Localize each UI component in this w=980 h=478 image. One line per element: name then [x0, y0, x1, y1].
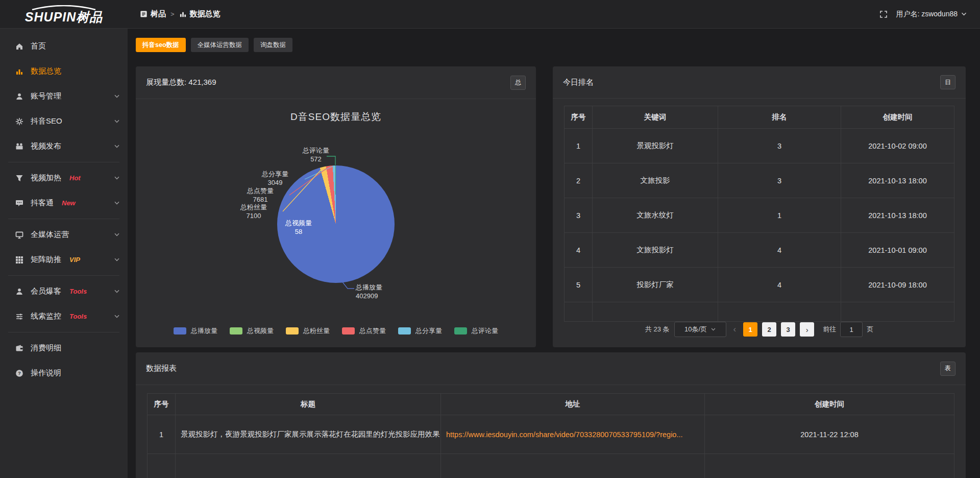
- video-camera-icon: [15, 142, 23, 151]
- sidebar: 首页 数据总览 账号管理 抖音SEO 视频发布: [0, 29, 128, 478]
- note-icon: [140, 10, 148, 18]
- table-mode-button[interactable]: 表: [940, 362, 955, 376]
- chart-title: D音SEO数据量总览: [136, 110, 536, 124]
- sidebar-item-lead-monitor[interactable]: 线索监控 Tools: [0, 304, 128, 329]
- sidebar-item-account[interactable]: 账号管理: [0, 84, 128, 109]
- sidebar-divider: [8, 219, 119, 219]
- col-index: 序号: [565, 106, 593, 129]
- table-row-partial: [148, 454, 954, 478]
- day-mode-button[interactable]: 日: [940, 75, 955, 89]
- logo: SHUPIN树品: [0, 5, 128, 23]
- sidebar-item-douyin-seo[interactable]: 抖音SEO: [0, 109, 128, 134]
- sidebar-item-label: 数据总览: [31, 66, 61, 76]
- legend-item-fans[interactable]: 总粉丝量: [286, 326, 330, 336]
- legend-swatch: [230, 327, 242, 334]
- sidebar-item-matrix-boost[interactable]: 矩阵助推 VIP: [0, 247, 128, 272]
- breadcrumb: 树品 > 数据总览: [140, 9, 220, 19]
- main-content: 抖音seo数据 全媒体运营数据 询盘数据 展现量总数: 421,369 总 D音…: [128, 29, 980, 478]
- sidebar-item-help[interactable]: ? 操作说明: [0, 361, 128, 386]
- sidebar-divider: [8, 275, 119, 276]
- data-report-panel: 数据报表 表 序号 标题 地址 创建时间: [136, 352, 966, 478]
- breadcrumb-item-overview[interactable]: 数据总览: [179, 9, 220, 19]
- panel-title: 数据报表: [146, 364, 177, 373]
- chevron-down-icon: [114, 290, 119, 293]
- breadcrumb-label: 数据总览: [190, 9, 220, 19]
- sidebar-item-consumption[interactable]: 消费明细: [0, 336, 128, 361]
- funnel-icon: [15, 174, 23, 182]
- legend-label: 总点赞量: [359, 326, 386, 336]
- page-button-2[interactable]: 2: [762, 322, 776, 337]
- page-button-1[interactable]: 1: [743, 322, 757, 337]
- table-row: 1景观投影灯32021-10-02 09:00: [565, 129, 954, 163]
- seo-volume-panel: 展现量总数: 421,369 总 D音SEO数据量总览: [136, 66, 536, 347]
- page-size-value: 10条/页: [684, 325, 707, 334]
- legend-item-videos[interactable]: 总视频量: [230, 326, 274, 336]
- table-row: 1 景观投影灯，夜游景观投影灯厂家展示展示落花灯在花园里的灯光投影应用效果 # …: [148, 415, 954, 454]
- page-size-select[interactable]: 10条/页: [674, 322, 726, 337]
- total-mode-button[interactable]: 总: [510, 76, 526, 90]
- ranking-table: 序号 关键词 排名 创建时间 1景观投影灯32021-10-02 09:00: [564, 106, 954, 322]
- sidebar-item-label: 视频发布: [31, 141, 61, 151]
- table-row-partial: [565, 302, 954, 322]
- goto-page-input[interactable]: [840, 322, 863, 337]
- sidebar-item-label: 抖客通: [31, 198, 54, 208]
- sidebar-item-label: 视频加热: [31, 173, 61, 183]
- legend-label: 总分享量: [415, 326, 442, 336]
- pie-label-comments: 总评论量572: [283, 146, 349, 163]
- sidebar-item-doukeTong[interactable]: 抖客通 New: [0, 190, 128, 216]
- breadcrumb-item-home[interactable]: 树品: [140, 9, 166, 19]
- monitor-icon: [15, 231, 23, 239]
- video-link[interactable]: https://www.iesdouyin.com/share/video/70…: [446, 431, 683, 439]
- topbar-right: 用户名: zswodun88: [879, 10, 980, 19]
- logo-arc: [28, 5, 100, 10]
- legend-item-plays[interactable]: 总播放量: [174, 326, 217, 336]
- chart-legend: 总播放量 总视频量 总粉丝量 总点赞量 总分享量 总评论量: [136, 326, 536, 336]
- impressions-total-label: 展现量总数: 421,369: [146, 78, 216, 87]
- user-icon: [15, 288, 23, 296]
- table-header-row: 序号 标题 地址 创建时间: [148, 394, 954, 415]
- legend-item-comments[interactable]: 总评论量: [454, 326, 498, 336]
- tab-douyin-seo-data[interactable]: 抖音seo数据: [136, 38, 186, 52]
- col-created: 创建时间: [841, 106, 954, 129]
- sidebar-item-data-overview[interactable]: 数据总览: [0, 59, 128, 84]
- user-menu[interactable]: 用户名: zswodun88: [896, 10, 967, 19]
- sidebar-item-video-heat[interactable]: 视频加热 Hot: [0, 165, 128, 190]
- body-row: 首页 数据总览 账号管理 抖音SEO 视频发布: [0, 29, 980, 478]
- sliders-icon: [15, 313, 23, 321]
- tab-inquiry-data[interactable]: 询盘数据: [254, 38, 292, 52]
- chevron-down-icon: [114, 201, 119, 205]
- logo-text: SHUPIN树品: [25, 11, 103, 23]
- sidebar-item-video-publish[interactable]: 视频发布: [0, 134, 128, 159]
- sidebar-item-label: 抖音SEO: [31, 116, 62, 126]
- goto-label: 前往: [823, 325, 836, 334]
- sidebar-divider: [8, 162, 119, 162]
- legend-item-likes[interactable]: 总点赞量: [342, 326, 386, 336]
- pie-label-likes: 总点赞量7681: [227, 186, 293, 204]
- sidebar-item-member-burst[interactable]: 会员爆客 Tools: [0, 279, 128, 304]
- page-button-3[interactable]: 3: [781, 322, 795, 337]
- legend-label: 总评论量: [472, 326, 498, 336]
- ranking-table-wrap: 序号 关键词 排名 创建时间 1景观投影灯32021-10-02 09:00: [553, 99, 966, 322]
- next-page-button[interactable]: ›: [800, 322, 814, 337]
- sidebar-item-omni-media[interactable]: 全媒体运营: [0, 222, 128, 247]
- legend-item-shares[interactable]: 总分享量: [398, 326, 442, 336]
- legend-swatch: [398, 327, 411, 334]
- pie-label-fans: 总粉丝量7100: [220, 203, 287, 220]
- chevron-down-icon: [114, 258, 119, 261]
- user-icon: [15, 92, 23, 101]
- sidebar-item-label: 消费明细: [31, 343, 61, 353]
- legend-swatch: [454, 327, 467, 334]
- col-index: 序号: [148, 394, 176, 415]
- prev-page-button[interactable]: ‹: [731, 324, 739, 334]
- vip-badge: VIP: [69, 256, 80, 264]
- table-row: 2文旅投影32021-10-13 18:00: [565, 163, 954, 198]
- goto-suffix: 页: [867, 325, 873, 334]
- sidebar-item-label: 账号管理: [31, 91, 61, 101]
- tools-badge: Tools: [69, 288, 87, 295]
- table-header-row: 序号 关键词 排名 创建时间: [565, 106, 954, 129]
- sidebar-item-home[interactable]: 首页: [0, 34, 128, 59]
- tab-omni-media-data[interactable]: 全媒体运营数据: [191, 38, 249, 52]
- fullscreen-icon[interactable]: [879, 10, 888, 18]
- sidebar-item-label: 首页: [31, 41, 46, 51]
- home-icon: [15, 42, 23, 51]
